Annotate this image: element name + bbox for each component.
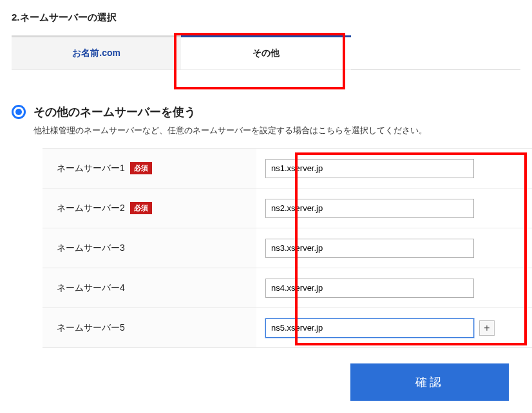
- ns-row-4: ネームサーバー4: [43, 268, 532, 308]
- tab-onamae[interactable]: お名前.com: [12, 35, 181, 69]
- radio-other-nameserver[interactable]: [12, 105, 26, 119]
- ns-label-3: ネームサーバー3: [57, 243, 125, 254]
- tabs-container: お名前.com その他: [12, 35, 520, 84]
- ns-row-3: ネームサーバー3: [43, 228, 532, 268]
- required-badge: 必須: [130, 162, 152, 174]
- section-title: 2.ネームサーバーの選択: [12, 12, 520, 24]
- ns-label-5: ネームサーバー5: [57, 322, 125, 334]
- option-other-nameserver: その他のネームサーバーを使う 他社様管理のネームサーバーなど、任意のネームサーバ…: [12, 104, 520, 136]
- ns-input-5[interactable]: [265, 318, 474, 338]
- confirm-button[interactable]: 確認: [350, 363, 509, 401]
- ns-label-2: ネームサーバー2: [57, 203, 125, 214]
- ns-row-2: ネームサーバー2 必須: [43, 188, 532, 228]
- required-badge: 必須: [130, 202, 152, 214]
- ns-input-2[interactable]: [265, 199, 474, 218]
- ns-label-4: ネームサーバー4: [57, 282, 125, 294]
- ns-input-3[interactable]: [265, 239, 474, 258]
- nameserver-table: ネームサーバー1 必須 ネームサーバー2 必須 ネームサーバー3 ネームサーバー…: [43, 148, 532, 348]
- ns-input-4[interactable]: [265, 279, 474, 298]
- add-nameserver-button[interactable]: +: [479, 320, 495, 336]
- ns-input-1[interactable]: [265, 159, 474, 178]
- tab-other[interactable]: その他: [181, 35, 350, 69]
- ns-label-1: ネームサーバー1: [57, 163, 125, 174]
- ns-row-1: ネームサーバー1 必須: [43, 149, 532, 188]
- option-description: 他社様管理のネームサーバーなど、任意のネームサーバーを設定する場合はこちらを選択…: [33, 125, 520, 136]
- ns-row-5: ネームサーバー5 +: [43, 308, 532, 348]
- option-title: その他のネームサーバーを使う: [33, 104, 196, 120]
